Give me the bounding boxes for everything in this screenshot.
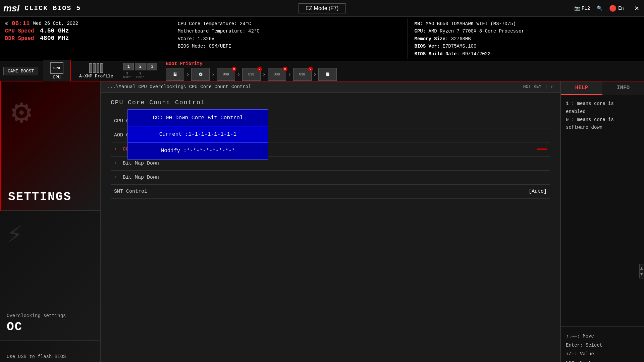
sidebar-item-oc[interactable]: ⚡ Overclocking settings OC [0, 211, 100, 341]
menu-item-label-bitmap-2: › Bit Map Down [114, 175, 159, 180]
popup-dialog: CCD 00 Down Core Bit Control Current :1-… [127, 109, 268, 160]
profile-btn-2[interactable]: 2 [135, 63, 146, 70]
menu-item-smt-control[interactable]: SMT Control [Auto] [111, 185, 550, 199]
popup-current-label: Current [159, 131, 182, 137]
oc-title: OC [7, 320, 22, 334]
bios-mode: BIOS Mode: CSM/UEFI [178, 43, 401, 50]
ram-chip-4 [100, 63, 103, 73]
sidebar: ⚙ SETTINGS ⚡ Overclocking settings OC Us… [0, 81, 101, 362]
boot-device-usb-2[interactable]: U USB [242, 68, 261, 81]
axmp-icon-display [89, 63, 103, 73]
scroll-controls: ▲ ▼ [639, 264, 644, 278]
disc-icon: 💿 [199, 72, 203, 76]
ddr-speed: DDR Speed 4800 MHz [5, 35, 69, 42]
usb-badge-3: U [283, 67, 287, 71]
arrow-icon-bitmap-1: › [114, 161, 117, 166]
mflash-sublabel: Use USB to flash BIOS [7, 354, 66, 359]
axmp-block[interactable]: A-XMP Profile [72, 62, 120, 80]
popup-overlay: CCD 00 Down Core Bit Control Current :1-… [127, 109, 268, 160]
usb-label-2: USB [248, 73, 254, 76]
boot-arrow-1: › [186, 71, 190, 78]
cpu-block[interactable]: CPU CPU [43, 60, 71, 81]
nav-enter: Enter: Select [566, 341, 639, 350]
scroll-down-icon[interactable]: ▼ [640, 272, 643, 276]
settings-bg-icon: ⚙ [11, 92, 32, 133]
hdd-icon: 💾 [173, 72, 177, 76]
help-tabs: HELP INFO [561, 81, 644, 95]
game-boost-tab[interactable]: GAME BOOST [3, 67, 38, 75]
search-button[interactable]: 🔍 [597, 5, 602, 11]
boot-device-disc[interactable]: 💿 [191, 68, 210, 81]
clock-time: 06:11 [12, 20, 30, 27]
user-1-label: 1user [123, 72, 131, 79]
section-title: CPU Core Count Control [111, 99, 550, 106]
popup-modify[interactable]: Modify :*-*-*-*-*-*-*-* [128, 142, 268, 159]
ram-chip-2 [93, 63, 96, 73]
boot-device-hdd[interactable]: 💾 [166, 68, 184, 81]
usb-badge-1: U [232, 67, 236, 71]
popup-current: Current :1-1-1-1-1-1-1-1 [128, 126, 268, 142]
popup-modify-label: Modify [161, 148, 180, 154]
ez-mode-button[interactable]: EZ Mode (F7) [299, 3, 346, 13]
popup-modify-value: :*-*-*-*-*-*-*-* [183, 148, 235, 154]
arrow-icon-ccd00: › [114, 146, 117, 152]
help-tab[interactable]: HELP [561, 81, 602, 95]
settings-content: CPU Core Count Control CPU Core Count Co… [101, 93, 560, 362]
help-line-1: 1 : means core is [566, 100, 639, 108]
boot-device-usb-1[interactable]: U USB [217, 68, 235, 81]
popup-title-text: CCD 00 Down Core Bit Control [153, 115, 243, 121]
close-button[interactable]: ✕ [635, 4, 639, 13]
cpu-text: CPU [53, 66, 60, 70]
f12-button[interactable]: 📷 F12 [574, 5, 590, 11]
settings-title: SETTINGS [8, 190, 71, 204]
menu-item-bitmap-down-2[interactable]: › Bit Map Down [111, 171, 550, 185]
language-selector[interactable]: 🔴 En [609, 5, 624, 12]
axmp-label: A-XMP Profile [79, 74, 113, 79]
info-bar: ⊙ 06:11 Wed 26 Oct, 2022 CPU Speed 4.50 … [0, 17, 644, 61]
cpu-speed: CPU Speed 4.50 GHz [5, 27, 69, 34]
popup-header: CCD 00 Down Core Bit Control [128, 110, 268, 126]
info-mid: CPU Core Temperature: 24°C Motherboard T… [171, 18, 408, 59]
sidebar-item-settings[interactable]: ⚙ SETTINGS [0, 81, 100, 212]
cpu-label: CPU [53, 75, 60, 80]
main-content: ⚙ SETTINGS ⚡ Overclocking settings OC Us… [0, 81, 644, 362]
boot-arrow-5: › [288, 71, 291, 78]
hot-key-label: HOT KEY [523, 84, 542, 89]
usb-label-1: USB [223, 73, 229, 76]
nav-value: +/-: Value [566, 350, 639, 359]
info-tab[interactable]: INFO [602, 81, 644, 95]
help-content: 1 : means core is enabled 0 : means core… [561, 95, 644, 216]
clock-icon: ⊙ [5, 20, 8, 27]
user-2-label: 2user [136, 72, 144, 79]
help-panel: HELP INFO 1 : means core is enabled 0 : … [560, 81, 644, 362]
boot-device-file[interactable]: 📄 [318, 68, 337, 81]
ram-chip-1 [89, 63, 92, 73]
profile-buttons: 1 2 3 1user 2user [123, 63, 157, 79]
main-panel: ...\Manual CPU Overclocking\ CPU Core Co… [101, 81, 560, 362]
back-icon[interactable]: ↩ [551, 84, 553, 89]
breadcrumb-current: CPU Core Count Control [189, 84, 251, 89]
profile-btn-3[interactable]: 3 [147, 63, 157, 70]
cpu-temp: CPU Core Temperature: 24°C [178, 20, 401, 27]
usb-label-4: USB [299, 73, 305, 76]
usb-label-3: USB [274, 73, 280, 76]
file-icon: 📄 [326, 72, 330, 76]
profile-btn-1[interactable]: 1 [123, 63, 134, 70]
help-spacer: ▲ ▼ [561, 216, 644, 326]
oc-bg-icon: ⚡ [7, 218, 23, 251]
bios-title: CLICK BIOS 5 [23, 4, 81, 12]
help-footer: ↑↓→←: Move Enter: Select +/-: Value ESC:… [561, 326, 644, 362]
camera-icon: 📷 [574, 5, 580, 11]
top-bar: msi CLICK BIOS 5 EZ Mode (F7) 📷 F12 🔍 🔴 … [0, 0, 644, 17]
boot-device-usb-3[interactable]: U USB [268, 68, 286, 81]
sidebar-item-mflash[interactable]: Use USB to flash BIOS M-FLASH [0, 341, 100, 362]
scroll-up-icon[interactable]: ▲ [640, 266, 643, 270]
popup-current-value: :1-1-1-1-1-1-1-1 [185, 131, 237, 137]
boot-device-usb-4[interactable]: U USB [293, 68, 312, 81]
boot-arrow-2: › [211, 71, 215, 78]
breadcrumb: ...\Manual CPU Overclocking\ CPU Core Co… [107, 84, 251, 89]
clock-date: Wed 26 Oct, 2022 [33, 21, 78, 26]
ram-chip-3 [97, 63, 99, 73]
boot-priority-section: Boot Priority 💾 › 💿 › U USB › U USB › U … [166, 61, 641, 81]
usb-badge-4: U [308, 67, 313, 71]
